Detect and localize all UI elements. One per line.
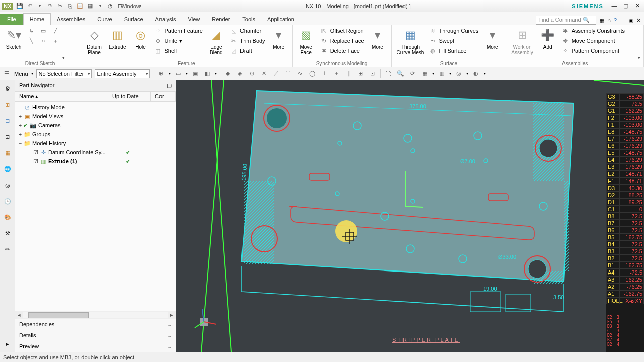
col-name[interactable]: Name ▴ xyxy=(15,92,108,101)
extrude-button[interactable]: ▥Extrude xyxy=(107,26,128,51)
line-icon[interactable]: ╲ xyxy=(26,36,36,45)
rail-constraint-icon[interactable]: ⊡ xyxy=(3,132,13,142)
through-curves-button[interactable]: ≋Through Curves xyxy=(428,26,479,35)
trim-body-button[interactable]: ✂Trim Body xyxy=(229,36,266,45)
tab-view[interactable]: View xyxy=(182,14,206,25)
snap-quad-icon[interactable]: ◯ xyxy=(308,69,317,78)
snap-line-icon[interactable]: ／ xyxy=(272,69,281,78)
through-curve-mesh-button[interactable]: ▦Through Curve Mesh xyxy=(395,26,426,56)
snap-pt-icon[interactable]: ＋ xyxy=(332,69,341,78)
tree-datum-csys[interactable]: ☑✛Datum Coordinate Sy...✔ xyxy=(15,148,176,157)
add-component-button[interactable]: ➕Add xyxy=(537,26,558,51)
snap-int-icon[interactable]: ✕ xyxy=(260,69,269,78)
rail-sys-icon[interactable]: ⚒ xyxy=(3,228,13,238)
view-style-icon[interactable]: ▦ xyxy=(420,69,429,78)
feature-more-button[interactable]: ▾More xyxy=(268,26,289,51)
shell-button[interactable]: ◫Shell xyxy=(153,46,203,55)
snap-perp-icon[interactable]: ⊥ xyxy=(320,69,329,78)
menu-icon[interactable]: ☰ xyxy=(2,69,11,78)
view-zoom-icon[interactable]: 🔍 xyxy=(396,69,405,78)
render-icon[interactable]: ◔ xyxy=(106,2,114,10)
layer-icon[interactable]: ▦ xyxy=(86,2,94,10)
surface-more-button[interactable]: ▾More xyxy=(481,26,503,51)
paste-icon[interactable]: 📋 xyxy=(76,2,84,10)
redo-icon[interactable]: ↷ xyxy=(46,2,54,10)
hole-button[interactable]: ◎Hole xyxy=(130,26,151,51)
col-uptodate[interactable]: Up to Date xyxy=(108,92,151,101)
move-component-button[interactable]: ✥Move Component xyxy=(560,36,626,45)
replace-face-button[interactable]: ↻Replace Face xyxy=(319,36,365,45)
maximize-icon[interactable]: ▢ xyxy=(621,3,630,10)
snap-par-icon[interactable]: ∥ xyxy=(344,69,353,78)
datum-plane-button[interactable]: ◇Datum Plane xyxy=(84,26,105,56)
draft-button[interactable]: ◿Draft xyxy=(229,46,266,55)
copy-icon[interactable]: ⎘ xyxy=(66,2,74,10)
assembly-constraints-button[interactable]: ✱Assembly Constraints xyxy=(560,26,626,35)
tab-analysis[interactable]: Analysis xyxy=(149,14,182,25)
find-command-input[interactable]: Find a Command 🔍 xyxy=(536,16,596,25)
tab-application[interactable]: Application xyxy=(261,14,300,25)
home-icon[interactable]: ⌂ xyxy=(607,17,611,23)
view-csys-icon[interactable]: ◎ xyxy=(454,69,463,78)
circle-icon[interactable]: ○ xyxy=(38,36,48,45)
snap-mid-icon[interactable]: ◈ xyxy=(235,69,245,78)
snap-end-icon[interactable]: ◆ xyxy=(223,69,232,78)
nav-preview[interactable]: Preview⌄ xyxy=(15,341,176,352)
doc-minimize-icon[interactable]: — xyxy=(620,17,625,23)
swept-button[interactable]: ⤳Swept xyxy=(428,36,479,45)
rail-web-icon[interactable]: 🌐 xyxy=(3,164,13,174)
undo-icon[interactable]: ↶ xyxy=(26,2,34,10)
snap-ctr-icon[interactable]: ⊙ xyxy=(248,69,257,78)
nav-pin-icon[interactable]: ▢ xyxy=(167,82,172,89)
delete-face-button[interactable]: ✖Delete Face xyxy=(319,46,365,55)
edge-blend-button[interactable]: ◢Edge Blend xyxy=(206,26,227,56)
save-icon[interactable]: 💾 xyxy=(16,2,24,10)
point-icon[interactable]: ＋ xyxy=(50,36,60,45)
tab-home[interactable]: Home xyxy=(23,13,51,25)
sketch-button[interactable]: ✎▾Sketch xyxy=(3,26,24,51)
tab-curve[interactable]: Curve xyxy=(91,14,118,25)
profile-icon[interactable]: ↳ xyxy=(26,26,36,35)
move-face-button[interactable]: ▧Move Face xyxy=(296,26,317,56)
selection-scope-combo[interactable]: Entire Assembly xyxy=(95,69,150,78)
tab-tools[interactable]: Tools xyxy=(236,14,261,25)
fill-surface-button[interactable]: ◍Fill Surface xyxy=(428,46,479,55)
sync-more-button[interactable]: ▾More xyxy=(367,26,388,51)
rail-asm-icon[interactable]: ⊟ xyxy=(3,116,13,126)
tab-surface[interactable]: Surface xyxy=(118,14,149,25)
offset-region-button[interactable]: ⇱Offset Region xyxy=(319,26,365,35)
close-icon[interactable]: ✕ xyxy=(633,3,642,10)
snap-grid-icon[interactable]: ⊞ xyxy=(356,69,365,78)
menu-label[interactable]: Menu xyxy=(14,71,28,77)
view-layer-icon[interactable]: ▥ xyxy=(437,69,446,78)
sel-face-icon[interactable]: ▣ xyxy=(191,69,200,78)
snap-tan-icon[interactable]: ∿ xyxy=(296,69,305,78)
rail-settings-icon[interactable]: ⚙ xyxy=(3,83,13,94)
nav-details[interactable]: Details⌄ xyxy=(15,330,176,341)
rail-hd3d-icon[interactable]: ◎ xyxy=(3,180,13,190)
doc-close-icon[interactable]: ✕ xyxy=(636,17,641,24)
rail-roles-icon[interactable]: 🎨 xyxy=(3,212,13,222)
view-clip-icon[interactable]: ◐ xyxy=(471,69,480,78)
unite-button[interactable]: ⊕Unite ▾ xyxy=(153,36,203,45)
sel-icon[interactable]: ⊕ xyxy=(156,69,166,78)
tree-extrude[interactable]: ☑▥Extrude (1)✔ xyxy=(15,157,176,166)
help-icon[interactable]: ? xyxy=(614,17,617,23)
tree-hscroll[interactable]: ◂▸ xyxy=(15,311,176,319)
selection-filter-combo[interactable]: No Selection Filter xyxy=(36,69,92,78)
chamfer-button[interactable]: ◺Chamfer xyxy=(229,26,266,35)
doc-restore-icon[interactable]: ▣ xyxy=(628,17,633,24)
rect-icon[interactable]: ▭ xyxy=(38,26,48,35)
cut-icon[interactable]: ✂ xyxy=(56,2,64,10)
window-menu[interactable]: Window xyxy=(126,2,134,10)
recent-icon[interactable]: ▦ xyxy=(599,17,604,24)
pattern-feature-button[interactable]: ⁘Pattern Feature xyxy=(153,26,203,35)
pattern-component-button[interactable]: ⁘Pattern Component xyxy=(560,46,626,55)
col-cor[interactable]: Cor xyxy=(151,92,176,101)
view-fit-icon[interactable]: ⛶ xyxy=(384,69,393,78)
rail-collapse-icon[interactable]: ▸ xyxy=(3,339,13,349)
part-tree[interactable]: ◷History Mode +▣Model Views +✔📷Cameras +… xyxy=(15,102,176,311)
file-menu[interactable]: File xyxy=(0,14,23,25)
rail-history-icon[interactable]: 🕓 xyxy=(3,196,13,206)
nav-dependencies[interactable]: Dependencies⌄ xyxy=(15,319,176,330)
